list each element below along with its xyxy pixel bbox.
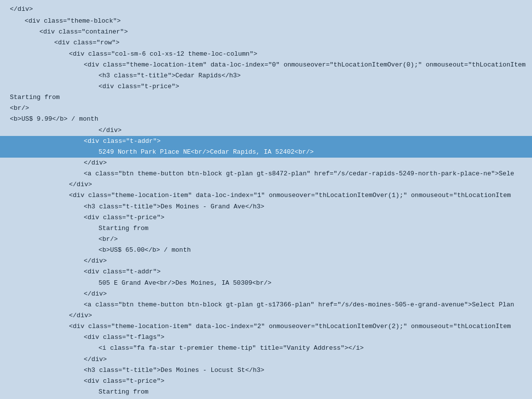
- code-line-36: <div class="t-price">: [0, 376, 532, 387]
- code-line-10: Starting from: [0, 92, 532, 103]
- code-line-22: Starting from: [0, 223, 532, 234]
- code-line-5: <div class="row">: [0, 37, 532, 48]
- code-line-3: <div class="theme-block">: [0, 16, 532, 27]
- code-line-23: <br/>: [0, 234, 532, 245]
- code-line-30: </div>: [0, 310, 532, 321]
- code-line-12: <b>US$ 9.99</b> / month: [0, 114, 532, 125]
- code-line-33: <i class="fa fa-star t-premier theme-tip…: [0, 343, 532, 354]
- code-line-16: </div>: [0, 158, 532, 168]
- code-line-14: <div class="t-addr">: [0, 136, 532, 147]
- code-line-18: </div>: [0, 179, 532, 190]
- code-line-26: <div class="t-addr">: [0, 266, 532, 277]
- code-line-6: <div class="col-sm-6 col-xs-12 theme-loc…: [0, 49, 532, 60]
- code-viewer: </div><div class="theme-block"><div clas…: [0, 0, 532, 399]
- code-line-21: <div class="t-price">: [0, 212, 532, 223]
- code-line-25: </div>: [0, 256, 532, 266]
- code-line-20: <h3 class="t-title">Des Moines - Grand A…: [0, 201, 532, 212]
- code-line-37: Starting from: [0, 387, 532, 398]
- code-line-13: </div>: [0, 125, 532, 136]
- code-line-1: </div>: [0, 4, 532, 15]
- code-line-24: <b>US$ 65.00</b> / month: [0, 245, 532, 256]
- code-line-4: <div class="container">: [0, 27, 532, 37]
- code-line-17: <a class="btn theme-button btn-block gt-…: [0, 168, 532, 179]
- code-line-11: <br/>: [0, 103, 532, 114]
- code-line-31: <div class="theme-location-item" data-lo…: [0, 321, 532, 332]
- code-line-19: <div class="theme-location-item" data-lo…: [0, 190, 532, 201]
- code-line-35: <h3 class="t-title">Des Moines - Locust …: [0, 365, 532, 376]
- code-line-9: <div class="t-price">: [0, 81, 532, 92]
- code-line-15: 5249 North Park Place NE<br/>Cedar Rapid…: [0, 147, 532, 158]
- code-line-28: </div>: [0, 289, 532, 299]
- code-line-7: <div class="theme-location-item" data-lo…: [0, 60, 532, 70]
- code-line-8: <h3 class="t-title">Cedar Rapids</h3>: [0, 70, 532, 81]
- code-line-34: </div>: [0, 354, 532, 365]
- code-line-29: <a class="btn theme-button btn-block gt-…: [0, 299, 532, 310]
- code-line-27: 505 E Grand Ave<br/>Des Moines, IA 50309…: [0, 278, 532, 289]
- code-line-32: <div class="t-flags">: [0, 332, 532, 343]
